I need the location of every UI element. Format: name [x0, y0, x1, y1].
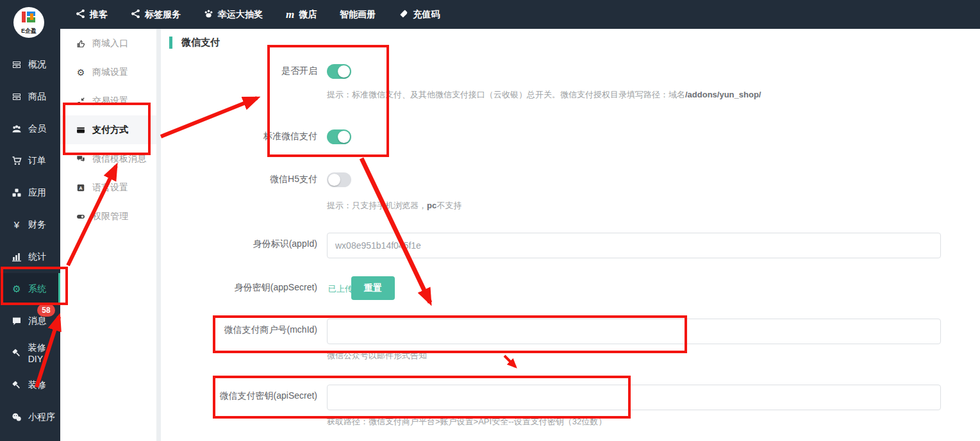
share-icon: [131, 9, 140, 21]
hand-icon: [76, 39, 86, 48]
appid-input[interactable]: [327, 233, 941, 258]
page-title: 微信支付: [181, 37, 220, 49]
logo-shape: [30, 13, 33, 20]
sidebar-item-label: 会员: [28, 123, 46, 135]
main-sidebar: 概况 商品 会员 订单 应用 ¥ 财务 统计 ⚙ 系统: [0, 0, 60, 441]
credit-card-icon: [76, 126, 86, 135]
gavel-icon: [11, 348, 22, 358]
members-icon: [11, 124, 22, 134]
nav-item-label: 充值码: [413, 9, 440, 21]
overview-icon: [11, 60, 22, 70]
toggle-knob: [338, 131, 350, 143]
enable-toggle[interactable]: [327, 64, 351, 79]
sidebar-item-members[interactable]: 会员: [0, 113, 60, 145]
mchid-input[interactable]: [327, 319, 941, 344]
nav-item-lucky-draw[interactable]: 幸运大抽奖: [204, 9, 263, 21]
nav-item-label: 智能画册: [340, 9, 376, 21]
submenu-item-label: 微信模板消息: [92, 153, 146, 165]
apisecret-label: 微信支付密钥(apiSecret): [163, 390, 317, 402]
sidebar-item-stats[interactable]: 统计: [0, 241, 60, 273]
sidebar-item-label: 财务: [28, 219, 46, 231]
mchid-label: 微信支付商户号(mchId): [163, 324, 317, 336]
admin-page: 推客 标签服务 幸运大抽奖 m 微店 智能画册 充值码: [0, 0, 980, 441]
hint-text: pc: [427, 201, 436, 210]
submenu-item-label: 支付方式: [92, 124, 128, 136]
mchid-hint: 微信公众号以邮件形式告知: [327, 350, 427, 362]
wechat-icon: [11, 412, 22, 422]
submenu-item-payment-methods[interactable]: 支付方式: [60, 115, 156, 144]
sidebar-item-goods[interactable]: 商品: [0, 81, 60, 113]
sidebar-item-label: 订单: [28, 155, 46, 167]
submenu-item-label: 权限管理: [92, 211, 128, 222]
nav-item-label: 推客: [90, 9, 108, 21]
h5-hint: 提示：只支持手机浏览器，pc不支持: [327, 200, 461, 212]
top-nav: 推客 标签服务 幸运大抽奖 m 微店 智能画册 充值码: [76, 0, 440, 29]
h5-pay-label: 微信H5支付: [163, 174, 317, 185]
submenu-item-shop-entrance[interactable]: 商城入口: [60, 29, 156, 58]
nav-item-tuike[interactable]: 推客: [76, 9, 108, 21]
sidebar-item-decorate-diy[interactable]: 装修DIY: [0, 337, 60, 369]
submenu-item-label: 语言设置: [92, 182, 128, 194]
submenu-item-language-settings[interactable]: A 语言设置: [60, 173, 156, 202]
submenu-item-trade-settings[interactable]: 交易设置: [60, 87, 156, 115]
submenu-item-permissions[interactable]: 权限管理: [60, 202, 156, 231]
system-submenu: 商城入口 ⚙ 商城设置 交易设置 支付方式 微信模板消息 A 语言设置 权限管理: [60, 29, 156, 441]
sidebar-item-label: 消息: [28, 315, 46, 327]
top-navbar: 推客 标签服务 幸运大抽奖 m 微店 智能画册 充值码: [0, 0, 980, 29]
comments-icon: [76, 154, 86, 163]
finance-yen-icon: ¥: [11, 220, 22, 230]
apisecret-input[interactable]: [327, 385, 941, 410]
sidebar-item-finance[interactable]: ¥ 财务: [0, 209, 60, 241]
hint-text: 不支持: [436, 201, 461, 210]
sidebar-item-label: 装修: [28, 379, 46, 391]
submenu-item-label: 商城入口: [92, 38, 128, 49]
sidebar-item-label: 系统: [28, 283, 46, 295]
h5-pay-toggle[interactable]: [327, 172, 351, 187]
gear-icon: ⚙: [76, 68, 86, 77]
nav-item-smart-album[interactable]: 智能画册: [340, 9, 376, 21]
submenu-item-shop-settings[interactable]: ⚙ 商城设置: [60, 58, 156, 87]
sidebar-item-apps[interactable]: 应用: [0, 177, 60, 209]
title-accent-bar: [169, 37, 172, 49]
sidebar-item-label: 商品: [28, 91, 46, 103]
enable-hint: 提示：标准微信支付、及其他微信支付接口（云收银）总开关。微信支付授权目录填写路径…: [327, 89, 761, 101]
submenu-item-label: 交易设置: [92, 96, 128, 107]
annotation-arrow-to-apisecret: [504, 356, 515, 367]
app-logo[interactable]: E企盈: [13, 7, 44, 38]
sidebar-item-label: 概况: [28, 59, 46, 71]
logo-shape: [22, 12, 26, 22]
submenu-scrollbar[interactable]: [156, 29, 161, 441]
nav-item-recharge-code[interactable]: 充值码: [399, 9, 440, 21]
exchange-arrows-icon: [76, 97, 86, 106]
gavel-icon: [11, 380, 22, 390]
sidebar-item-orders[interactable]: 订单: [0, 145, 60, 177]
standard-pay-toggle[interactable]: [327, 129, 351, 144]
sidebar-item-system[interactable]: ⚙ 系统: [0, 273, 60, 305]
hint-text: 提示：标准微信支付、及其他微信支付接口（云收银）总开关。微信支付授权目录填写路径…: [327, 90, 685, 99]
sidebar-item-label: 装修DIY: [28, 342, 60, 364]
sidebar-item-decorate[interactable]: 装修: [0, 369, 60, 401]
messages-count-badge: 58: [37, 304, 55, 317]
nav-item-tag-service[interactable]: 标签服务: [131, 9, 181, 21]
sidebar-item-miniprogram[interactable]: 小程序: [0, 401, 60, 433]
nav-item-label: 幸运大抽奖: [218, 9, 263, 21]
toggle-knob: [338, 65, 350, 78]
sidebar-item-label: 小程序: [28, 412, 55, 423]
toggle-knob: [328, 174, 340, 186]
toggle-icon: [76, 212, 86, 221]
recharge-code-icon: [399, 9, 408, 21]
nav-item-label: 标签服务: [145, 9, 181, 21]
nav-item-weidian[interactable]: m 微店: [286, 9, 317, 21]
sidebar-item-overview[interactable]: 概况: [0, 49, 60, 81]
svg-text:A: A: [79, 185, 83, 190]
enable-label: 是否开启: [163, 65, 317, 77]
sidebar-item-label: 统计: [28, 251, 46, 263]
appid-label: 身份标识(appId): [163, 238, 317, 250]
nav-item-label: 微店: [299, 9, 317, 21]
stats-icon: [11, 252, 22, 262]
messages-icon: [11, 316, 22, 326]
submenu-item-wechat-template[interactable]: 微信模板消息: [60, 144, 156, 173]
reset-button[interactable]: 重置: [351, 276, 395, 300]
appsecret-label: 身份密钥(appSecret): [163, 282, 317, 294]
goods-icon: [11, 92, 22, 102]
